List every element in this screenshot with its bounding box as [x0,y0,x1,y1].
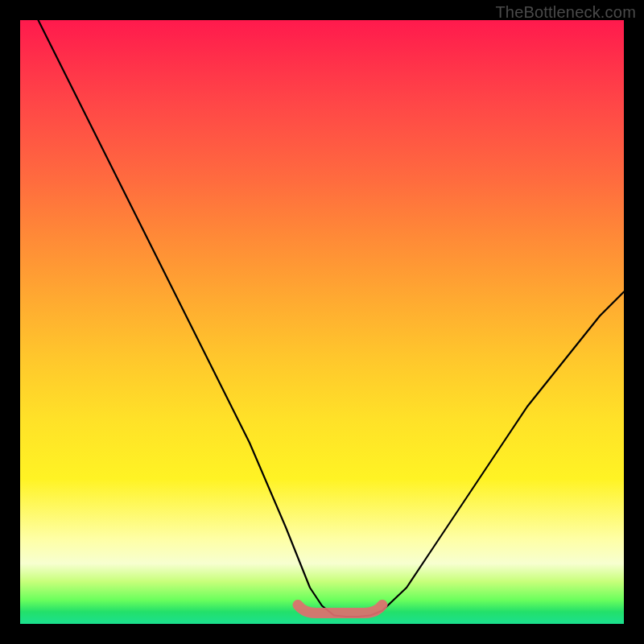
chart-frame: TheBottleneck.com [0,0,644,644]
chart-background-gradient [20,20,624,624]
watermark-text: TheBottleneck.com [495,3,636,22]
